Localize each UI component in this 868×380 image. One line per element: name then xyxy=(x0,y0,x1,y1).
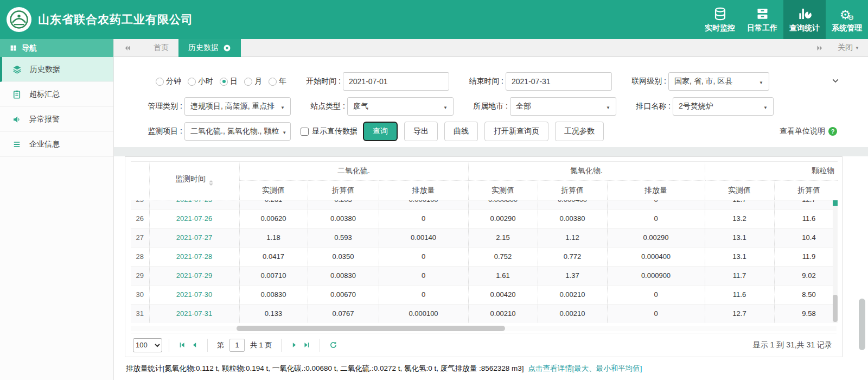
query-button[interactable]: 查询 xyxy=(363,122,398,141)
mee-logo-icon xyxy=(7,7,31,32)
close-tabs-menu[interactable]: 关闭 xyxy=(838,43,859,53)
sub-column-header: 实测值 xyxy=(239,181,308,200)
tab-bar: 首页历史数据 关闭 xyxy=(114,39,868,57)
view-details-link[interactable]: 点击查看详情[最大、最小和平均值] xyxy=(528,364,642,373)
filter-row-2: 管理类别 : 违规项目, 高架源, 重点排 站点类型 : 废气 所属地市 : 全… xyxy=(114,94,868,119)
sidebar-item-exceed-summary[interactable]: 超标汇总 xyxy=(0,82,113,107)
sidebar-item-company-info[interactable]: 企业信息 xyxy=(0,132,113,157)
sort-icon[interactable] xyxy=(209,178,213,188)
gears-icon: ⚙⚙ xyxy=(840,6,854,21)
sidebar-item-label: 企业信息 xyxy=(29,140,60,149)
separator xyxy=(320,339,320,352)
date-link-cell[interactable]: 2021-07-26 xyxy=(149,209,239,228)
value-cell: 12.7 xyxy=(774,200,838,209)
nav-item-system-admin[interactable]: ⚙⚙系统管理 xyxy=(826,0,868,39)
radio-option-年[interactable]: 年 xyxy=(269,77,286,86)
filter-panel: 分钟小时日月年 开始时间 : 结束时间 : 联网级别 : 国家, 省, 市, 区… xyxy=(114,57,868,147)
export-button[interactable]: 导出 xyxy=(404,122,438,141)
vertical-scroll-thumb[interactable] xyxy=(833,295,838,322)
value-cell: 0.00210 xyxy=(538,285,607,304)
radio-label: 小时 xyxy=(198,77,213,86)
sidebar-item-label: 超标汇总 xyxy=(29,90,60,99)
direct-data-checkbox[interactable] xyxy=(301,128,309,136)
start-time-input[interactable] xyxy=(343,72,449,91)
table-vertical-scrollbar[interactable] xyxy=(833,200,838,323)
monitor-items-value: 二氧化硫., 氮氧化物., 颗粒 xyxy=(190,126,279,136)
value-cell: 0.00830 xyxy=(308,266,379,285)
company-title: 山东省联合农药工业有限公司 xyxy=(38,12,193,27)
previous-page-button[interactable] xyxy=(191,341,198,349)
horizontal-scroll-thumb[interactable] xyxy=(237,326,505,331)
row-number-cell: 31 xyxy=(131,304,149,323)
page-number-input[interactable] xyxy=(229,339,245,352)
monitor-items-select[interactable]: 二氧化硫., 氮氧化物., 颗粒 xyxy=(184,122,291,141)
tab-home[interactable]: 首页 xyxy=(144,39,178,57)
time-column-header[interactable]: 监测时间 xyxy=(149,162,239,200)
outlet-name-select[interactable]: 2号焚烧炉 xyxy=(673,97,774,116)
value-cell: 0.133 xyxy=(239,304,308,323)
curve-button[interactable]: 曲线 xyxy=(444,122,478,141)
date-link-cell[interactable]: 2021-07-31 xyxy=(149,304,239,323)
nav-item-daily-work[interactable]: 日常工作 xyxy=(741,0,783,39)
radio-circle[interactable] xyxy=(188,78,196,86)
value-cell: 13.1 xyxy=(705,228,774,247)
value-cell: 12.7 xyxy=(705,304,774,323)
radio-circle[interactable] xyxy=(269,78,277,86)
condition-params-button[interactable]: 工况参数 xyxy=(555,122,604,141)
value-cell: 13.2 xyxy=(705,209,774,228)
tabs-scroll-left-icon[interactable] xyxy=(124,44,132,52)
site-type-select[interactable]: 废气 xyxy=(347,97,454,116)
sidebar-item-abnormal-alarm[interactable]: 异常报警 xyxy=(0,107,113,132)
unit-note-link[interactable]: 查看单位说明 ? xyxy=(780,126,837,136)
radio-option-分钟[interactable]: 分钟 xyxy=(156,77,181,86)
next-page-button[interactable] xyxy=(291,341,298,349)
date-link-cell[interactable]: 2021-07-25 xyxy=(149,200,239,209)
nav-item-query-stats[interactable]: 查询统计 xyxy=(783,0,826,39)
end-time-input[interactable] xyxy=(506,72,612,91)
date-link-cell[interactable]: 2021-07-29 xyxy=(149,266,239,285)
open-new-query-button[interactable]: 打开新查询页 xyxy=(484,122,548,141)
sub-column-header: 排放量 xyxy=(379,181,468,200)
direct-data-checkbox-group: 显示直传数据 xyxy=(301,126,358,136)
radio-option-月[interactable]: 月 xyxy=(244,77,262,86)
date-link-cell[interactable]: 2021-07-27 xyxy=(149,228,239,247)
radio-circle[interactable] xyxy=(220,78,228,86)
chevron-down-icon xyxy=(756,77,763,86)
radio-option-小时[interactable]: 小时 xyxy=(188,77,213,86)
tab-history-data[interactable]: 历史数据 xyxy=(178,39,241,57)
collapse-filters-icon[interactable] xyxy=(831,77,840,85)
tab-close-icon[interactable] xyxy=(223,44,231,52)
first-page-button[interactable] xyxy=(178,341,186,349)
separator xyxy=(281,339,282,352)
date-link-cell[interactable]: 2021-07-28 xyxy=(149,247,239,266)
value-cell: 0.000400 xyxy=(538,200,607,209)
refresh-icon[interactable] xyxy=(329,341,337,349)
nav-item-realtime-monitor[interactable]: 实时监控 xyxy=(699,0,741,39)
tab-label: 历史数据 xyxy=(188,43,219,53)
radio-option-日[interactable]: 日 xyxy=(220,77,238,86)
radio-label: 年 xyxy=(279,77,286,86)
tabs-scroll-right-icon[interactable] xyxy=(815,44,824,52)
close-tabs-label: 关闭 xyxy=(838,43,853,53)
management-category-select[interactable]: 违规项目, 高架源, 重点排 xyxy=(184,97,291,116)
page-prefix-label: 第 xyxy=(217,340,224,350)
sub-column-header: 实测值 xyxy=(468,181,538,200)
city-select[interactable]: 全部 xyxy=(510,97,616,116)
sidebar-item-label: 异常报警 xyxy=(29,115,60,124)
page-size-select[interactable]: 100 xyxy=(133,338,162,352)
network-level-select[interactable]: 国家, 省, 市, 区县 xyxy=(668,72,769,91)
value-cell: 8.50 xyxy=(774,285,838,304)
page-scrollbar-thumb[interactable] xyxy=(859,299,865,350)
date-link-cell[interactable]: 2021-07-30 xyxy=(149,285,239,304)
sidebar-item-history-data[interactable]: 历史数据 xyxy=(0,57,113,82)
value-cell: 0.0767 xyxy=(308,304,379,323)
radio-circle[interactable] xyxy=(244,78,252,86)
nav-item-label: 实时监控 xyxy=(705,23,735,33)
row-number-cell: 27 xyxy=(131,228,149,247)
radio-circle[interactable] xyxy=(156,78,164,86)
last-page-button[interactable] xyxy=(303,341,310,349)
value-cell: 0 xyxy=(607,304,705,323)
value-cell: 0 xyxy=(607,200,705,209)
monitor-items-label: 监测项目 : xyxy=(128,126,182,136)
chart-icon xyxy=(797,6,812,21)
